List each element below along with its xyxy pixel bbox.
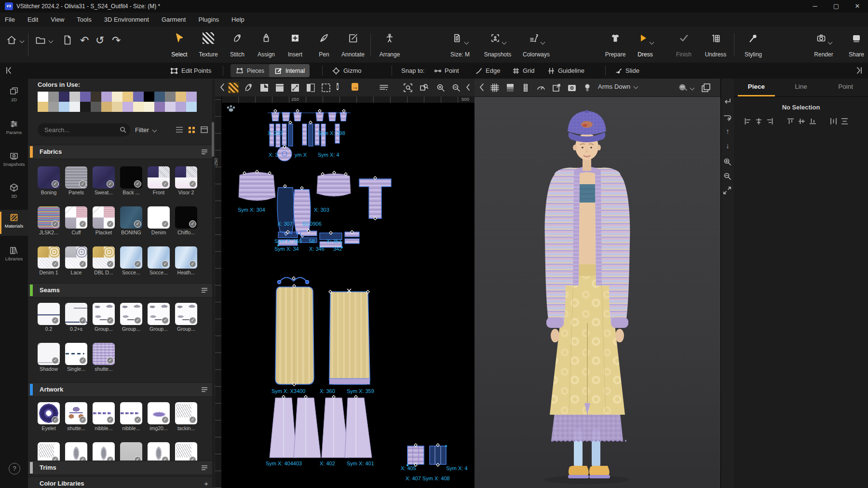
camera-snapshot-icon[interactable] [566, 82, 578, 94]
stitch-display-toggle[interactable] [243, 82, 255, 94]
chevron-left-icon[interactable] [476, 82, 488, 94]
colorways-chevron-icon[interactable] [541, 40, 545, 45]
art-feather-thumbnail[interactable]: ✓ [175, 402, 197, 424]
color-swatch[interactable] [69, 102, 80, 112]
quad-purple-thumbnail[interactable]: ✓ [148, 166, 170, 189]
zoom-in-icon[interactable] [722, 157, 733, 167]
material-item[interactable]: ✓Heath... [175, 246, 197, 276]
align-middle-icon[interactable] [798, 117, 806, 125]
render-button[interactable]: Render [808, 30, 839, 59]
align-left-icon[interactable] [744, 117, 752, 125]
color-swatch[interactable] [122, 92, 133, 102]
material-item[interactable]: ✓img20... [148, 402, 170, 432]
align-bottom-icon[interactable] [809, 117, 817, 125]
menu-plugins[interactable]: Plugins [198, 16, 219, 23]
quad-teal-thumbnail[interactable]: ✓ [148, 206, 170, 229]
filter-dropdown[interactable]: Filter [135, 123, 156, 136]
material-item[interactable]: ✓Front [148, 166, 170, 196]
material-item[interactable]: ✓Group... [120, 303, 142, 333]
material-item[interactable]: ✓shutte... [65, 402, 87, 432]
color-swatch[interactable] [186, 102, 197, 112]
chevron-collapse-icon[interactable] [463, 82, 475, 94]
snap-point-toggle[interactable]: Point [434, 63, 459, 79]
turn-view-icon[interactable] [722, 112, 733, 123]
open-folder-button[interactable] [35, 34, 46, 46]
minimize-button[interactable]: ─ [804, 0, 826, 13]
grid-floor-toggle[interactable] [489, 82, 501, 94]
color-swatch[interactable] [144, 102, 154, 112]
menu-icon[interactable] [378, 82, 390, 94]
save-button[interactable] [62, 34, 73, 46]
color-swatch[interactable] [48, 92, 59, 102]
tab-point[interactable]: Point [823, 79, 868, 96]
seam-group-thumbnail[interactable]: ✓ [175, 303, 197, 325]
gray-stripe-thumbnail[interactable]: ✓ [65, 166, 87, 189]
arrange-tool-button[interactable]: Arrange [374, 30, 405, 59]
color-swatch[interactable] [112, 92, 122, 102]
snapshots-button[interactable]: Snapshots [482, 30, 513, 59]
pen-tool-button[interactable]: Pen [309, 30, 339, 59]
tab-line[interactable]: Line [779, 79, 824, 96]
finish-button[interactable]: Finish [668, 30, 699, 59]
home-button[interactable] [6, 34, 17, 46]
measure-tape-icon[interactable] [520, 82, 531, 94]
quad-gold-thumbnail[interactable]: ✓ [38, 246, 60, 269]
material-item[interactable]: ✓Shadow [38, 343, 60, 373]
stitch-link-toggle[interactable] [289, 82, 301, 94]
snap-guideline-toggle[interactable]: Guideline [547, 63, 584, 79]
color-swatch[interactable] [176, 92, 186, 102]
material-item[interactable]: ✓0.2+s [65, 303, 87, 333]
tab-piece[interactable]: Piece [734, 79, 779, 96]
close-button[interactable]: ✕ [847, 0, 868, 13]
material-item[interactable]: ✓nibble... [120, 402, 142, 432]
panel-scrollbar[interactable] [212, 80, 215, 487]
material-item[interactable]: ✓Group... [148, 303, 170, 333]
material-item[interactable]: ✓Lace [65, 246, 87, 276]
color-swatch[interactable] [91, 102, 101, 112]
quad-gold-thumbnail[interactable]: ✓ [93, 246, 115, 269]
color-swatch[interactable] [48, 102, 59, 112]
seams-section-header[interactable]: Seams [28, 283, 215, 298]
dress-button[interactable]: Dress [630, 30, 661, 59]
material-item[interactable]: ✓Boning [38, 166, 60, 196]
background-toggle[interactable] [504, 82, 516, 94]
color-swatch[interactable] [59, 102, 69, 112]
color-swatch[interactable] [38, 92, 48, 102]
color-swatch[interactable] [165, 92, 176, 102]
distribute-vertical-icon[interactable] [841, 117, 849, 125]
color-swatch[interactable] [80, 92, 91, 102]
arrow-up-icon[interactable]: ↑ [721, 127, 734, 135]
color-swatch[interactable] [112, 102, 122, 112]
texture-display-toggle[interactable] [228, 82, 239, 94]
material-item[interactable]: ✓Chiffo... [175, 206, 197, 236]
menu-help[interactable]: Help [231, 16, 244, 23]
material-item[interactable]: ✓Socce... [120, 246, 142, 276]
purple-fabric-thumbnail[interactable]: ✓ [38, 166, 60, 189]
rail-libraries[interactable]: Libraries [0, 243, 28, 269]
material-item[interactable]: ✓nibble... [93, 402, 115, 432]
history-button[interactable]: ↺ [95, 34, 104, 47]
avatar-chevron-icon[interactable] [690, 86, 695, 91]
reset-view-icon[interactable] [722, 97, 733, 108]
material-item[interactable]: ✓Back ... [120, 166, 142, 196]
annotate-tool-button[interactable]: Annotate [338, 30, 368, 59]
quad-gray-thumbnail[interactable]: ✓ [65, 246, 87, 269]
menu-view[interactable]: View [51, 16, 64, 23]
material-item[interactable]: ✓Single... [65, 343, 87, 373]
purple-fabric-thumbnail[interactable]: ✓ [93, 166, 115, 189]
rail-params[interactable]: Params [0, 116, 28, 142]
expand-view-icon[interactable] [722, 186, 733, 196]
list-view-icon[interactable] [175, 125, 184, 134]
color-swatch[interactable] [154, 92, 165, 102]
prepare-button[interactable]: Prepare [600, 30, 631, 59]
grid-view-icon[interactable] [188, 125, 196, 134]
collapse-right-icon[interactable] [854, 66, 865, 76]
rail-materials[interactable]: Materials [0, 210, 28, 236]
art-squiggle-thumbnail[interactable]: ✓ [93, 402, 115, 424]
color-swatch[interactable] [80, 102, 91, 112]
trims-section-header[interactable]: Trims [28, 461, 215, 475]
seam-shadow-thumbnail[interactable]: ✓ [38, 343, 60, 365]
selection-box-toggle[interactable] [320, 82, 332, 94]
color-swatch[interactable] [133, 102, 144, 112]
material-item[interactable]: ✓0.2 [38, 303, 60, 333]
